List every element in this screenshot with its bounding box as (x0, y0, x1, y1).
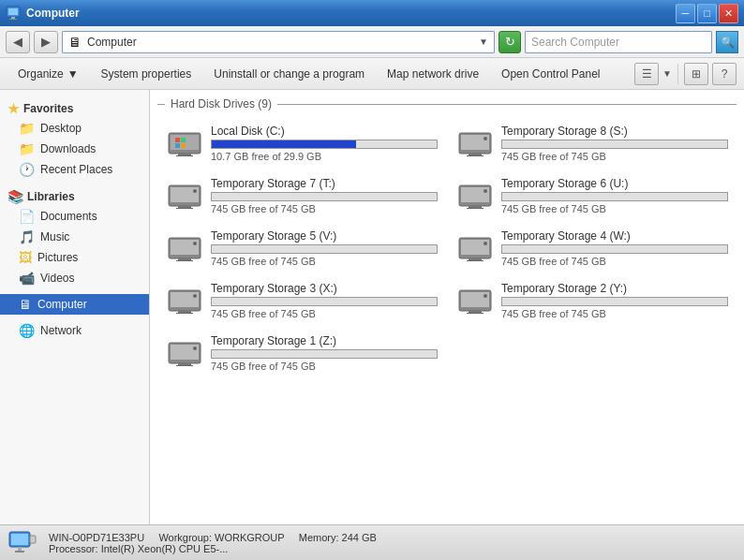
svg-rect-53 (11, 534, 28, 545)
drive-item[interactable]: Temporary Storage 1 (Z:) 745 GB free of … (161, 328, 442, 378)
sidebar-item-videos[interactable]: 📹 Videos (0, 268, 149, 288)
drive-info: Temporary Storage 8 (S:) 745 GB free of … (501, 125, 728, 162)
drive-item[interactable]: Temporary Storage 7 (T:) 745 GB free of … (161, 170, 442, 221)
svg-rect-9 (181, 143, 186, 148)
organize-button[interactable]: Organize ▼ (7, 62, 89, 86)
drive-name: Temporary Storage 1 (Z:) (211, 334, 438, 347)
sidebar-item-recent-places[interactable]: 🕐 Recent Places (0, 159, 149, 180)
drive-item[interactable]: Temporary Storage 6 (U:) 745 GB free of … (452, 170, 733, 221)
libraries-label: Libraries (27, 190, 75, 203)
sidebar-item-music[interactable]: 🎵 Music (0, 227, 149, 247)
drive-bar-container (501, 192, 728, 201)
drive-bar-container (211, 244, 438, 254)
drive-item[interactable]: Local Disk (C:) 10.7 GB free of 29.9 GB (161, 118, 442, 169)
drive-bar-container (501, 297, 728, 306)
drive-info: Temporary Storage 4 (W:) 745 GB free of … (501, 229, 728, 267)
section-title: Hard Disk Drives (9) (165, 97, 277, 111)
drive-item[interactable]: Temporary Storage 3 (X:) 745 GB free of … (161, 275, 442, 326)
status-info: WIN-O0PD71E33PU Workgroup: WORKGROUP Mem… (49, 532, 377, 554)
sidebar-item-computer[interactable]: 🖥 Computer (0, 294, 149, 315)
drive-info: Temporary Storage 1 (Z:) 745 GB free of … (211, 334, 438, 372)
drive-name: Temporary Storage 8 (S:) (501, 125, 728, 138)
music-icon: 🎵 (19, 229, 35, 244)
drive-info: Temporary Storage 5 (V:) 745 GB free of … (211, 229, 438, 267)
forward-button[interactable]: ▶ (34, 31, 58, 53)
sidebar-item-network[interactable]: 🌐 Network (0, 320, 149, 341)
address-text: Computer (87, 36, 475, 49)
drive-item[interactable]: Temporary Storage 8 (S:) 745 GB free of … (452, 118, 733, 169)
svg-rect-25 (469, 206, 482, 208)
back-button[interactable]: ◀ (6, 31, 30, 53)
uninstall-button[interactable]: Uninstall or change a program (203, 62, 375, 86)
drive-item[interactable]: Temporary Storage 4 (W:) 745 GB free of … (452, 223, 733, 273)
change-view-button[interactable]: ⊞ (684, 63, 708, 85)
drive-grid: Local Disk (C:) 10.7 GB free of 29.9 GB … (157, 118, 737, 378)
svg-rect-6 (175, 138, 180, 142)
help-button[interactable]: ? (712, 63, 737, 85)
drive-name: Temporary Storage 5 (V:) (211, 229, 438, 243)
view-dropdown-icon: ▼ (662, 68, 672, 79)
svg-point-29 (193, 242, 197, 245)
address-dropdown-arrow[interactable]: ▼ (479, 37, 488, 47)
svg-rect-41 (176, 313, 193, 314)
sidebar-item-label: Downloads (40, 142, 96, 155)
svg-rect-51 (176, 365, 193, 366)
sidebar-item-desktop[interactable]: 📁 Desktop (0, 118, 149, 139)
drive-free-space: 745 GB free of 745 GB (211, 256, 438, 267)
documents-icon: 📄 (19, 209, 35, 224)
drive-free-space: 10.7 GB free of 29.9 GB (211, 151, 438, 162)
drive-item[interactable]: Temporary Storage 2 (Y:) 745 GB free of … (452, 275, 733, 326)
address-icon: 🖥 (68, 35, 82, 50)
drive-free-space: 745 GB free of 745 GB (211, 308, 438, 319)
drive-name: Temporary Storage 4 (W:) (501, 229, 728, 243)
drive-icon (166, 180, 203, 213)
minimize-button[interactable]: ─ (676, 4, 695, 23)
svg-point-39 (193, 294, 197, 298)
drive-free-space: 745 GB free of 745 GB (501, 256, 728, 267)
svg-point-14 (484, 137, 487, 140)
drive-item[interactable]: Temporary Storage 5 (V:) 745 GB free of … (161, 223, 442, 273)
pictures-icon: 🖼 (19, 250, 32, 265)
svg-rect-16 (467, 155, 484, 156)
sidebar-item-documents[interactable]: 📄 Documents (0, 206, 149, 227)
map-network-button[interactable]: Map network drive (377, 62, 489, 86)
status-computer-name: WIN-O0PD71E33PU Workgroup: WORKGROUP Mem… (49, 532, 377, 543)
favorites-label: Favorites (23, 102, 73, 115)
refresh-button[interactable]: ↻ (498, 31, 521, 53)
svg-point-49 (193, 346, 197, 350)
svg-rect-45 (469, 311, 482, 313)
svg-rect-35 (469, 258, 482, 260)
sidebar-item-label: Pictures (37, 251, 78, 264)
drive-name: Local Disk (C:) (211, 125, 438, 138)
svg-rect-8 (175, 143, 180, 148)
svg-point-34 (484, 242, 487, 245)
system-properties-button[interactable]: System properties (91, 62, 202, 86)
svg-rect-11 (176, 155, 193, 156)
view-options-button[interactable]: ☰ (634, 63, 659, 85)
open-control-panel-button[interactable]: Open Control Panel (491, 62, 610, 86)
drive-info: Local Disk (C:) 10.7 GB free of 29.9 GB (211, 125, 438, 162)
computer-icon: 🖥 (19, 297, 32, 312)
svg-rect-3 (9, 19, 17, 20)
svg-rect-15 (469, 154, 482, 155)
sidebar-item-downloads[interactable]: 📁 Downloads (0, 139, 149, 159)
address-field[interactable]: 🖥 Computer ▼ (62, 31, 495, 53)
close-button[interactable]: ✕ (719, 4, 738, 23)
drive-info: Temporary Storage 3 (X:) 745 GB free of … (211, 282, 438, 319)
sidebar-item-pictures[interactable]: 🖼 Pictures (0, 247, 149, 268)
sidebar-item-label: Desktop (40, 122, 82, 135)
svg-rect-31 (176, 260, 193, 261)
toolbar-separator (677, 64, 678, 84)
svg-rect-40 (178, 311, 191, 313)
drive-icon (166, 337, 203, 370)
section-line-right (277, 104, 737, 105)
svg-rect-10 (178, 154, 191, 155)
svg-rect-54 (18, 547, 22, 551)
drive-free-space: 745 GB free of 745 GB (211, 361, 438, 372)
svg-rect-20 (178, 206, 191, 208)
search-field[interactable]: Search Computer (525, 31, 712, 53)
sidebar-item-label: Videos (40, 272, 74, 285)
drive-bar (212, 140, 356, 148)
maximize-button[interactable]: □ (697, 4, 717, 23)
search-button[interactable]: 🔍 (716, 31, 738, 53)
